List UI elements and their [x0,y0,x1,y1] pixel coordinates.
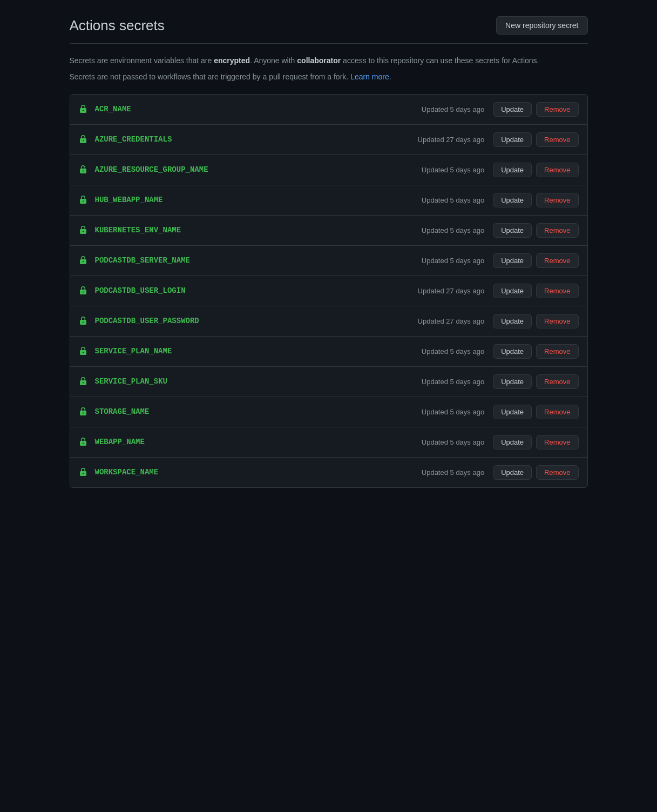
secret-name: KUBERNETES_ENV_NAME [95,226,398,234]
secret-name: WORKSPACE_NAME [95,468,398,477]
table-row: PODCASTDB_SERVER_NAME Updated 5 days ago… [70,246,587,276]
new-repository-secret-button[interactable]: New repository secret [496,16,587,35]
action-buttons: Update Remove [493,193,578,207]
desc-collaborator: collaborator [297,56,341,65]
description-line1: Secrets are environment variables that a… [70,55,588,66]
action-buttons: Update Remove [493,253,578,268]
remove-button[interactable]: Remove [536,132,578,147]
remove-button[interactable]: Remove [536,374,578,389]
lock-icon [79,165,87,174]
action-buttons: Update Remove [493,374,578,389]
remove-button[interactable]: Remove [536,465,578,480]
action-buttons: Update Remove [493,405,578,419]
table-row: PODCASTDB_USER_LOGIN Updated 27 days ago… [70,276,587,306]
update-button[interactable]: Update [493,223,532,238]
updated-text: Updated 5 days ago [398,166,484,174]
remove-button[interactable]: Remove [536,314,578,328]
update-button[interactable]: Update [493,284,532,298]
updated-text: Updated 27 days ago [398,317,484,325]
updated-text: Updated 5 days ago [398,378,484,386]
update-button[interactable]: Update [493,132,532,147]
secret-name: AZURE_CREDENTIALS [95,135,398,144]
table-row: STORAGE_NAME Updated 5 days ago Update R… [70,397,587,427]
secret-name: ACR_NAME [95,105,398,113]
update-button[interactable]: Update [493,314,532,328]
update-button[interactable]: Update [493,163,532,177]
lock-icon [79,105,87,113]
action-buttons: Update Remove [493,435,578,449]
secret-name: AZURE_RESOURCE_GROUP_NAME [95,165,398,174]
updated-text: Updated 5 days ago [398,408,484,416]
lock-icon [79,468,87,477]
updated-text: Updated 5 days ago [398,105,484,113]
description-line2: Secrets are not passed to workflows that… [70,71,588,83]
remove-button[interactable]: Remove [536,102,578,117]
remove-button[interactable]: Remove [536,405,578,419]
secret-name: WEBAPP_NAME [95,438,398,446]
action-buttons: Update Remove [493,132,578,147]
remove-button[interactable]: Remove [536,284,578,298]
remove-button[interactable]: Remove [536,163,578,177]
updated-text: Updated 5 days ago [398,347,484,355]
lock-icon [79,347,87,355]
secret-name: HUB_WEBAPP_NAME [95,196,398,204]
desc-prefix: Secrets are environment variables that a… [70,56,214,65]
update-button[interactable]: Update [493,344,532,359]
desc-middle: . Anyone with [250,56,297,65]
action-buttons: Update Remove [493,284,578,298]
secret-name: SERVICE_PLAN_NAME [95,347,398,355]
updated-text: Updated 5 days ago [398,226,484,234]
action-buttons: Update Remove [493,163,578,177]
lock-icon [79,377,87,386]
page-container: Actions secrets New repository secret Se… [70,16,588,488]
description-section: Secrets are environment variables that a… [70,55,588,83]
secret-name: SERVICE_PLAN_SKU [95,377,398,386]
remove-button[interactable]: Remove [536,223,578,238]
lock-icon [79,226,87,234]
desc-encrypted: encrypted [214,56,250,65]
action-buttons: Update Remove [493,223,578,238]
remove-button[interactable]: Remove [536,344,578,359]
secret-name: PODCASTDB_USER_LOGIN [95,286,398,295]
updated-text: Updated 5 days ago [398,468,484,477]
table-row: WORKSPACE_NAME Updated 5 days ago Update… [70,458,587,487]
lock-icon [79,317,87,325]
update-button[interactable]: Update [493,405,532,419]
action-buttons: Update Remove [493,314,578,328]
update-button[interactable]: Update [493,253,532,268]
secret-name: PODCASTDB_USER_PASSWORD [95,317,398,325]
action-buttons: Update Remove [493,344,578,359]
lock-icon [79,407,87,416]
updated-text: Updated 5 days ago [398,438,484,446]
lock-icon [79,438,87,446]
learn-more-link[interactable]: Learn more [350,72,389,81]
remove-button[interactable]: Remove [536,253,578,268]
secrets-table: ACR_NAME Updated 5 days ago Update Remov… [70,94,588,488]
remove-button[interactable]: Remove [536,435,578,449]
update-button[interactable]: Update [493,374,532,389]
table-row: WEBAPP_NAME Updated 5 days ago Update Re… [70,427,587,458]
lock-icon [79,256,87,265]
table-row: SERVICE_PLAN_NAME Updated 5 days ago Upd… [70,337,587,367]
table-row: PODCASTDB_USER_PASSWORD Updated 27 days … [70,306,587,337]
update-button[interactable]: Update [493,193,532,207]
desc-line2-suffix: . [389,72,391,81]
update-button[interactable]: Update [493,435,532,449]
action-buttons: Update Remove [493,465,578,480]
update-button[interactable]: Update [493,465,532,480]
lock-icon [79,196,87,204]
update-button[interactable]: Update [493,102,532,117]
page-title: Actions secrets [70,17,165,34]
table-row: KUBERNETES_ENV_NAME Updated 5 days ago U… [70,216,587,246]
desc-line2-prefix: Secrets are not passed to workflows that… [70,72,351,81]
remove-button[interactable]: Remove [536,193,578,207]
action-buttons: Update Remove [493,102,578,117]
table-row: AZURE_CREDENTIALS Updated 27 days ago Up… [70,125,587,155]
table-row: HUB_WEBAPP_NAME Updated 5 days ago Updat… [70,185,587,216]
secret-name: STORAGE_NAME [95,407,398,416]
table-row: ACR_NAME Updated 5 days ago Update Remov… [70,95,587,125]
table-row: AZURE_RESOURCE_GROUP_NAME Updated 5 days… [70,155,587,185]
lock-icon [79,135,87,144]
desc-suffix: access to this repository can use these … [341,56,539,65]
table-row: SERVICE_PLAN_SKU Updated 5 days ago Upda… [70,367,587,397]
